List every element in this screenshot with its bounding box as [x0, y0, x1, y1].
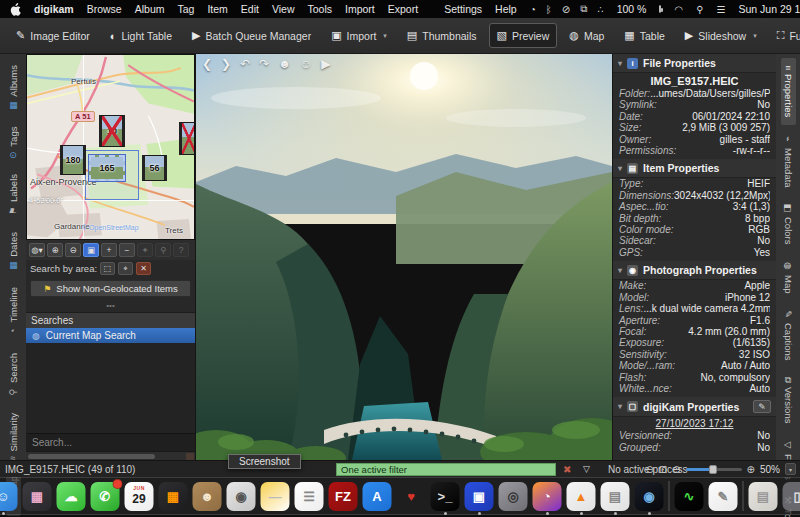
- dock-calendar[interactable]: JUN 29: [125, 482, 154, 511]
- active-filter-indicator[interactable]: One active filter: [336, 463, 556, 476]
- slideshow-button[interactable]: ▶ Slideshow ▾: [677, 23, 765, 48]
- menu-album[interactable]: Album: [135, 3, 165, 15]
- tab-search[interactable]: ⚲ Search: [6, 346, 21, 404]
- dock-terminal[interactable]: >_: [431, 482, 460, 511]
- tab-properties[interactable]: ≡ Properties: [781, 58, 796, 125]
- map-photo-marker[interactable]: [179, 122, 195, 155]
- region-from-icon-button[interactable]: ⌖: [118, 262, 133, 275]
- dock-calculator[interactable]: ▦: [159, 482, 188, 511]
- batch-queue-manager-button[interactable]: ▶ Batch Queue Manager ▾: [184, 23, 319, 48]
- horizontal-scrollbar[interactable]: [26, 451, 195, 460]
- tab-versions[interactable]: ⧉ Versions: [781, 370, 796, 431]
- zoom-out-small-icon[interactable]: ⊖: [672, 464, 680, 475]
- image-editor-button[interactable]: ✎ Image Editor ▾: [8, 23, 98, 48]
- dock-divider-1[interactable]: [669, 481, 670, 511]
- dock-reminders[interactable]: ☰: [295, 482, 324, 511]
- bluetooth-icon[interactable]: ᛒ: [546, 4, 552, 15]
- clear-region-button[interactable]: ✕: [136, 262, 151, 275]
- dock-window-textedit[interactable]: ✎: [709, 482, 738, 511]
- zoom-slider-knob[interactable]: [709, 465, 717, 474]
- dock-filezilla[interactable]: FZ: [329, 482, 358, 511]
- zoom-in-icon[interactable]: ⊕: [747, 464, 755, 475]
- dock-contacts[interactable]: ☻: [193, 482, 222, 511]
- dock-libreoffice[interactable]: ▤: [601, 482, 630, 511]
- zoom-out-map-button[interactable]: ⊖: [65, 243, 81, 257]
- display-mirroring-icon[interactable]: ⧉: [580, 3, 587, 15]
- select-region-button[interactable]: ⬚: [100, 262, 115, 275]
- dock-divider-2[interactable]: [743, 481, 744, 511]
- tab-dates[interactable]: ▦ Dates: [6, 225, 21, 278]
- increase-thumb-button[interactable]: +: [101, 243, 117, 257]
- dock-documents[interactable]: ▤: [749, 482, 778, 511]
- pan-mode-button[interactable]: ✦: [137, 243, 153, 257]
- menu-import[interactable]: Import: [345, 3, 375, 15]
- menu-browse[interactable]: Browse: [87, 3, 122, 15]
- decrease-thumb-button[interactable]: −: [119, 243, 135, 257]
- map-photo-marker[interactable]: 165: [89, 155, 125, 181]
- photograph-properties-header[interactable]: ▾ ◉ Photograph Properties: [613, 261, 776, 280]
- tab-albums[interactable]: ▦ Albums: [6, 58, 21, 118]
- searches-filter-input[interactable]: Search...: [26, 433, 195, 451]
- tab-timeline[interactable]: ◔ Timeline: [6, 280, 21, 344]
- digikam-properties-header[interactable]: ▾ ▢ digiKam Properties ✎: [613, 397, 776, 417]
- next-image-button[interactable]: ❯: [221, 57, 231, 71]
- item-properties-header[interactable]: ▾ ▤ Item Properties: [613, 159, 776, 178]
- filter-icon[interactable]: ▽: [583, 464, 590, 474]
- spotlight-icon[interactable]: ⚲: [696, 4, 703, 15]
- fit-to-window-icon[interactable]: ⊡: [659, 464, 667, 475]
- map-photo-marker[interactable]: 56: [142, 155, 167, 181]
- dock-facetime[interactable]: ✆: [91, 482, 120, 511]
- wifi-icon[interactable]: ◠: [674, 4, 683, 15]
- menu-view[interactable]: View: [272, 3, 295, 15]
- dock-notes[interactable]: —: [261, 482, 290, 511]
- dock-digikam[interactable]: ◉: [635, 482, 664, 511]
- reset-filters-icon[interactable]: ✖: [563, 464, 571, 475]
- mic-muted-icon[interactable]: ⊘: [562, 4, 570, 15]
- map-photo-marker[interactable]: 10: [99, 115, 125, 147]
- scrollbar-thumb[interactable]: [28, 454, 155, 459]
- dock-finder[interactable]: ☺: [0, 482, 18, 511]
- zoom-percentage[interactable]: 50%: [760, 464, 780, 475]
- menu-settings[interactable]: Settings: [444, 3, 482, 15]
- dock-firefox[interactable]: ◔: [533, 482, 562, 511]
- scrollbar-arrow[interactable]: [186, 453, 194, 460]
- tab-labels[interactable]: ⚑ Labels: [6, 167, 21, 223]
- battery-icon[interactable]: [659, 5, 661, 13]
- tab-captions[interactable]: ✎ Captions: [781, 302, 796, 368]
- thumbnails-button[interactable]: ▤ Thumbnails ▾: [399, 23, 485, 48]
- edit-properties-button[interactable]: ✎: [753, 400, 771, 413]
- menu-tag[interactable]: Tag: [177, 3, 194, 15]
- rotate-right-button[interactable]: ↷: [259, 57, 269, 71]
- map-widget[interactable]: PertuisAix-en-ProvenceGardanneTrets A 51…: [26, 54, 195, 240]
- menu-help[interactable]: Help: [495, 3, 517, 15]
- map-attribution[interactable]: © OpenStreetMap: [82, 224, 139, 231]
- map-backend-button[interactable]: ◍▾: [29, 243, 45, 257]
- preview-button[interactable]: ▧ Preview ▾: [489, 23, 558, 48]
- map-help-button[interactable]: ?: [173, 243, 189, 257]
- dock-lens-gray-app[interactable]: ◎: [499, 482, 528, 511]
- add-face-tag-button[interactable]: ☺: [300, 57, 312, 71]
- tab-metadata[interactable]: ⌁ Metadata: [781, 127, 796, 195]
- dock-messages[interactable]: ☁: [57, 482, 86, 511]
- control-center-icon[interactable]: ☰: [717, 4, 726, 15]
- search-item-current-map-search[interactable]: ◍ Current Map Search: [26, 328, 195, 343]
- panel-splitter-handle[interactable]: •••: [26, 300, 195, 312]
- menubar-clock[interactable]: Sun Jun 29 16:10: [738, 3, 800, 15]
- menu-digikam[interactable]: digikam: [34, 3, 74, 15]
- tab-tags[interactable]: ⊙ Tags: [6, 120, 21, 166]
- show-non-geolocated-button[interactable]: ⚑ Show Non-Geolocated Items: [30, 280, 191, 297]
- zoom-selection-button[interactable]: ⚲: [155, 243, 171, 257]
- zoom-out-icon[interactable]: ⊖: [645, 464, 653, 475]
- previous-image-button[interactable]: ❮: [202, 57, 212, 71]
- menu-tools[interactable]: Tools: [308, 3, 333, 15]
- thumbnails-on-map-button[interactable]: ▣: [83, 243, 99, 257]
- light-table-button[interactable]: ◐ Light Table ▾: [102, 24, 180, 48]
- zoom-slider[interactable]: [686, 468, 742, 471]
- menu-item[interactable]: Item: [207, 3, 227, 15]
- full-screen-button[interactable]: ⛶ Full Screen ▾: [769, 23, 800, 48]
- stage-manager-icon[interactable]: ∴: [597, 4, 603, 15]
- dock-trash[interactable]: ▯: [783, 482, 800, 511]
- menu-export[interactable]: Export: [388, 3, 418, 15]
- tab-colors[interactable]: ◧ Colors: [781, 196, 796, 251]
- slideshow-play-button[interactable]: ▶: [321, 57, 330, 71]
